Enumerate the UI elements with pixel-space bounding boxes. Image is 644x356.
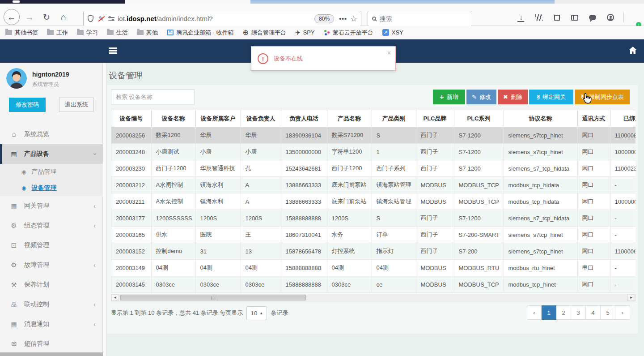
sidebar-item-product-device[interactable]: 产品设备‹ [0,144,103,164]
table-cell: MODBUS [416,193,454,210]
bookmark-folder-misc[interactable]: 其他 [137,29,158,37]
page-button-2[interactable]: 2 [556,305,571,320]
column-header[interactable]: 已绑定网关 [610,110,636,127]
permissions-icon[interactable] [108,16,114,21]
page-size-select[interactable]: 10▲ [246,306,267,320]
home-icon [10,130,18,138]
scroll-left-arrow-icon[interactable]: ◄ [111,294,119,301]
bookmark-xsy[interactable]: ↗XSY [382,29,403,36]
logout-button[interactable]: 退出系统 [59,98,94,112]
shield-icon[interactable] [87,15,94,22]
alert-close-icon[interactable]: × [387,49,391,56]
next-page-button[interactable]: › [615,305,630,320]
bind-gateway-button[interactable]: 绑定网关 [529,90,573,104]
zoom-level-badge[interactable]: 80% [314,14,334,23]
page-button-4[interactable]: 4 [586,305,601,320]
column-header[interactable]: 产品类别 [372,110,416,127]
table-cell: 1200S [327,210,372,227]
table-row[interactable]: 200003211A水泵控制镇海水利A13886663333底来门前泵站镇海泵站… [111,193,636,210]
browser-home-button[interactable]: ⌂ [57,11,70,23]
sidebar-item-device-management[interactable]: 设备管理 [0,180,103,196]
add-button[interactable]: 新增 [433,90,465,104]
back-button[interactable]: ← [4,9,20,25]
bookmark-folder-work[interactable]: 工作 [47,29,68,37]
sidebar-item-product-management[interactable]: 产品管理 [0,164,103,180]
table-row[interactable]: 200003152控制demo311315878656478灯控系统指示灯西门子… [111,243,636,260]
table-row[interactable]: 2000031450303ce0303ce0303ce1588888888803… [111,276,636,293]
sidebar-collapse-icon[interactable] [109,47,117,54]
scroll-right-arrow-icon[interactable]: ► [627,294,635,301]
column-header[interactable]: PLC品牌 [416,110,454,127]
forward-button[interactable]: → [23,12,36,22]
blocked-content-icon[interactable] [97,15,105,23]
bookmark-folder-study[interactable]: 学习 [77,29,98,37]
browser-search-box[interactable] [368,11,472,26]
device-search-input[interactable] [111,90,195,104]
bookmark-admin-platform[interactable]: ⊕综合管理平台 [243,29,286,37]
table-row[interactable]: 2000031771200SSSSSS1200S1200S15888888888… [111,210,636,227]
sidebar-scroll-strip[interactable] [103,63,106,356]
page-button-3[interactable]: 3 [571,305,586,320]
library-icon[interactable] [532,11,546,24]
column-header[interactable]: 协议名称 [504,110,577,127]
table-row[interactable]: 20000314904测04测04测1588888888804测04测MODBU… [111,260,636,276]
column-header[interactable]: 通讯方式 [577,110,610,127]
table-cell: 网口 [577,243,610,260]
table-cell: 底来门前泵站 [327,193,372,210]
app-home-icon[interactable] [628,45,638,55]
table-row[interactable]: 200003212A水闸控制镇海水利A13886663333底来门前泵站镇海泵站… [111,177,636,193]
sidebar-item-system-overview[interactable]: 系统总览 [0,124,103,144]
avatar[interactable] [6,68,27,89]
sidebar-toggle-icon[interactable] [568,11,581,24]
column-header[interactable]: 产品名称 [327,110,372,127]
column-header[interactable]: 负责人电话 [281,110,327,127]
table-row[interactable]: 200003256数采1200华辰华辰18390936104数采S71200S西… [111,127,636,144]
table-row[interactable]: 200003230西门子1200华辰智通科技孔15243642681西门子120… [111,160,636,177]
table-cell: 小唐 [195,144,241,160]
horizontal-scrollbar[interactable]: ◄ ► [111,294,636,301]
edit-button[interactable]: 修改 [466,90,496,104]
delete-button[interactable]: 删除 [498,90,528,104]
sidebar-item-message-notification[interactable]: 消息通知‹ [0,314,103,334]
prev-page-button[interactable]: ‹ [527,305,542,320]
change-password-button[interactable]: 修改密码 [9,98,46,112]
sidebar-item-video-management[interactable]: 视频管理 [0,236,103,255]
bookmark-tencent-mail[interactable]: 腾讯企业邮箱 - 收件箱 [167,29,234,37]
bookmark-star-icon[interactable]: ☆ [350,14,357,24]
table-row[interactable]: 200003248小唐测试小唐小唐13500000000字符串12001西门子S… [111,144,636,160]
url-bar[interactable]: iot.idosp.net/admin/index.html? 80% ••• … [83,11,361,26]
table-cell: 200003211 [111,193,151,210]
page-button-1[interactable]: 1 [542,305,556,320]
column-header[interactable]: 设备编号 [111,110,151,127]
account-icon[interactable] [604,11,617,24]
page-actions-icon[interactable]: ••• [339,15,347,22]
sidebar-item-gateway-management[interactable]: 网关管理‹ [0,196,103,216]
bookmark-folder-other[interactable]: 其他书签 [5,29,38,37]
column-header[interactable]: PLC系列 [454,110,504,127]
downloads-icon[interactable]: ↓ [514,11,528,24]
table-row[interactable]: 200003165供水医院王18607310041水务订单西门子S7-200-S… [111,227,636,243]
screenshot-icon[interactable] [550,11,564,24]
table-cell: A水泵控制 [151,193,195,210]
bookmark-folder-life[interactable]: 生活 [107,29,128,37]
messenger-icon[interactable] [586,11,599,24]
scrollbar-thumb[interactable] [120,295,306,300]
sidebar-item-linkage-control[interactable]: 联动控制‹ [0,295,103,314]
page-button-5[interactable]: 5 [601,305,615,320]
sidebar-item-configuration-management[interactable]: 组态管理‹ [0,216,103,236]
bookmark-ezviz[interactable]: 萤石云开放平台 [324,29,373,37]
browser-active-tab-edge[interactable] [250,0,555,4]
bookmark-spy[interactable]: ✈SPY [295,29,315,36]
table-cell: 13886663333 [281,193,327,210]
url-text[interactable]: iot.idosp.net/admin/index.html? [118,15,311,22]
reload-button[interactable]: ↻ [40,11,53,23]
table-cell: 15878656478 [281,243,327,260]
column-header[interactable]: 设备所属客户 [195,110,241,127]
column-header[interactable]: 设备负责人 [241,110,281,127]
column-header[interactable]: 设备名称 [151,110,195,127]
browser-search-input[interactable] [380,15,468,22]
sidebar-item-fault-management[interactable]: 故障管理‹ [0,255,103,275]
sidebar-bottom-scrollbar[interactable] [0,352,103,356]
sidebar-item-sms-management[interactable]: 短信管理 [0,334,103,354]
sidebar-item-maintenance-plan[interactable]: 保养计划 [0,275,103,295]
